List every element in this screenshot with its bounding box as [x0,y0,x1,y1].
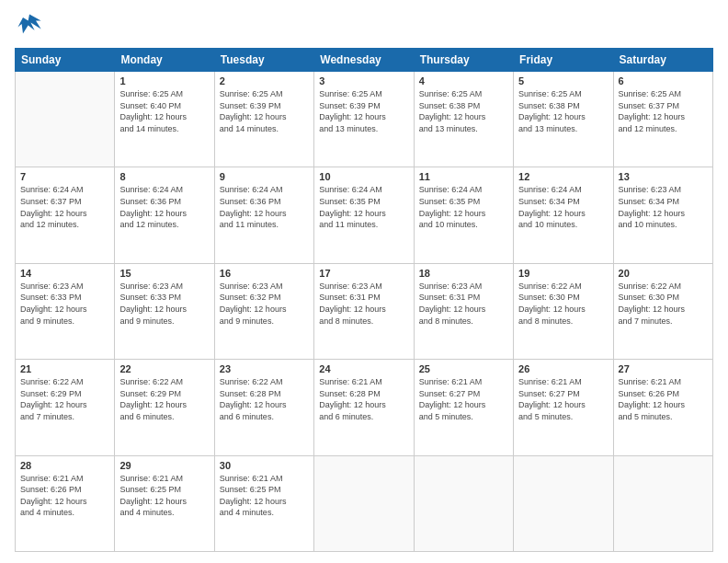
day-number: 24 [319,363,408,374]
day-number: 30 [220,460,309,471]
day-number: 21 [20,363,109,374]
day-number: 1 [119,75,209,86]
calendar-cell: 13Sunrise: 6:23 AM Sunset: 6:34 PM Dayli… [613,167,712,263]
calendar-cell [613,455,712,551]
day-number: 25 [419,363,508,374]
day-number: 27 [619,363,708,374]
day-info: Sunrise: 6:25 AM Sunset: 6:38 PM Dayligh… [518,88,608,134]
day-number: 15 [119,268,209,279]
day-info: Sunrise: 6:24 AM Sunset: 6:36 PM Dayligh… [220,184,309,230]
calendar-table: SundayMondayTuesdayWednesdayThursdayFrid… [15,48,713,552]
day-info: Sunrise: 6:21 AM Sunset: 6:25 PM Dayligh… [220,473,309,519]
day-info: Sunrise: 6:21 AM Sunset: 6:27 PM Dayligh… [419,376,508,422]
calendar-cell: 2Sunrise: 6:25 AM Sunset: 6:39 PM Daylig… [214,72,313,167]
calendar-cell: 22Sunrise: 6:22 AM Sunset: 6:29 PM Dayli… [115,360,214,455]
calendar-week-row: 21Sunrise: 6:22 AM Sunset: 6:29 PM Dayli… [16,360,713,455]
day-number: 28 [20,460,109,471]
day-info: Sunrise: 6:25 AM Sunset: 6:37 PM Dayligh… [619,88,708,134]
day-info: Sunrise: 6:23 AM Sunset: 6:33 PM Dayligh… [20,281,109,327]
day-info: Sunrise: 6:21 AM Sunset: 6:26 PM Dayligh… [20,473,109,519]
svg-marker-0 [17,15,40,34]
calendar-cell: 23Sunrise: 6:22 AM Sunset: 6:28 PM Dayli… [214,360,313,455]
day-number: 23 [220,363,309,374]
calendar-cell: 8Sunrise: 6:24 AM Sunset: 6:36 PM Daylig… [115,167,214,263]
calendar-cell: 4Sunrise: 6:25 AM Sunset: 6:38 PM Daylig… [414,72,513,167]
day-number: 22 [119,363,209,374]
calendar-cell [314,455,414,551]
calendar-cell: 24Sunrise: 6:21 AM Sunset: 6:28 PM Dayli… [314,360,414,455]
calendar-cell: 12Sunrise: 6:24 AM Sunset: 6:34 PM Dayli… [514,167,613,263]
day-number: 19 [518,268,608,279]
logo [15,11,42,40]
day-number: 6 [619,75,708,86]
calendar-cell: 15Sunrise: 6:23 AM Sunset: 6:33 PM Dayli… [115,263,214,359]
day-number: 7 [20,171,109,182]
calendar-cell: 30Sunrise: 6:21 AM Sunset: 6:25 PM Dayli… [214,455,313,551]
day-info: Sunrise: 6:23 AM Sunset: 6:33 PM Dayligh… [119,281,209,327]
day-info: Sunrise: 6:23 AM Sunset: 6:32 PM Dayligh… [220,281,309,327]
day-number: 26 [518,363,608,374]
day-info: Sunrise: 6:23 AM Sunset: 6:34 PM Dayligh… [619,184,708,230]
calendar-cell [414,455,513,551]
day-number: 5 [518,75,608,86]
day-number: 20 [619,268,708,279]
day-number: 17 [319,268,408,279]
calendar-week-row: 1Sunrise: 6:25 AM Sunset: 6:40 PM Daylig… [16,72,713,167]
general-blue-bird-icon [17,11,42,37]
calendar-header-thursday: Thursday [414,49,513,72]
calendar-cell: 21Sunrise: 6:22 AM Sunset: 6:29 PM Dayli… [16,360,115,455]
day-info: Sunrise: 6:25 AM Sunset: 6:39 PM Dayligh… [220,88,309,134]
day-info: Sunrise: 6:25 AM Sunset: 6:40 PM Dayligh… [119,88,209,134]
day-info: Sunrise: 6:22 AM Sunset: 6:28 PM Dayligh… [220,376,309,422]
day-info: Sunrise: 6:25 AM Sunset: 6:38 PM Dayligh… [419,88,508,134]
calendar-header-tuesday: Tuesday [214,49,313,72]
calendar-header-row: SundayMondayTuesdayWednesdayThursdayFrid… [16,49,713,72]
day-info: Sunrise: 6:21 AM Sunset: 6:26 PM Dayligh… [619,376,708,422]
day-info: Sunrise: 6:24 AM Sunset: 6:37 PM Dayligh… [20,184,109,230]
day-info: Sunrise: 6:24 AM Sunset: 6:34 PM Dayligh… [518,184,608,230]
calendar-cell: 1Sunrise: 6:25 AM Sunset: 6:40 PM Daylig… [115,72,214,167]
calendar-cell: 19Sunrise: 6:22 AM Sunset: 6:30 PM Dayli… [514,263,613,359]
calendar-cell: 29Sunrise: 6:21 AM Sunset: 6:25 PM Dayli… [115,455,214,551]
day-number: 16 [220,268,309,279]
calendar-cell: 25Sunrise: 6:21 AM Sunset: 6:27 PM Dayli… [414,360,513,455]
day-info: Sunrise: 6:22 AM Sunset: 6:29 PM Dayligh… [20,376,109,422]
calendar-cell: 18Sunrise: 6:23 AM Sunset: 6:31 PM Dayli… [414,263,513,359]
calendar-cell: 6Sunrise: 6:25 AM Sunset: 6:37 PM Daylig… [613,72,712,167]
calendar-header-sunday: Sunday [16,49,115,72]
page: SundayMondayTuesdayWednesdayThursdayFrid… [0,0,728,563]
calendar-cell: 3Sunrise: 6:25 AM Sunset: 6:39 PM Daylig… [314,72,414,167]
calendar-week-row: 28Sunrise: 6:21 AM Sunset: 6:26 PM Dayli… [16,455,713,551]
calendar-cell: 9Sunrise: 6:24 AM Sunset: 6:36 PM Daylig… [214,167,313,263]
calendar-cell [514,455,613,551]
day-number: 9 [220,171,309,182]
calendar-cell: 20Sunrise: 6:22 AM Sunset: 6:30 PM Dayli… [613,263,712,359]
calendar-header-saturday: Saturday [613,49,712,72]
day-number: 8 [119,171,209,182]
calendar-cell: 10Sunrise: 6:24 AM Sunset: 6:35 PM Dayli… [314,167,414,263]
calendar-week-row: 14Sunrise: 6:23 AM Sunset: 6:33 PM Dayli… [16,263,713,359]
day-info: Sunrise: 6:21 AM Sunset: 6:25 PM Dayligh… [119,473,209,519]
calendar-cell: 7Sunrise: 6:24 AM Sunset: 6:37 PM Daylig… [16,167,115,263]
day-number: 11 [419,171,508,182]
calendar-cell: 5Sunrise: 6:25 AM Sunset: 6:38 PM Daylig… [514,72,613,167]
calendar-cell: 17Sunrise: 6:23 AM Sunset: 6:31 PM Dayli… [314,263,414,359]
day-number: 10 [319,171,408,182]
day-info: Sunrise: 6:23 AM Sunset: 6:31 PM Dayligh… [419,281,508,327]
day-number: 29 [119,460,209,471]
calendar-cell: 26Sunrise: 6:21 AM Sunset: 6:27 PM Dayli… [514,360,613,455]
header [15,11,713,40]
calendar-cell [16,72,115,167]
day-info: Sunrise: 6:25 AM Sunset: 6:39 PM Dayligh… [319,88,408,134]
day-info: Sunrise: 6:24 AM Sunset: 6:36 PM Dayligh… [119,184,209,230]
day-number: 12 [518,171,608,182]
day-info: Sunrise: 6:24 AM Sunset: 6:35 PM Dayligh… [419,184,508,230]
calendar-cell: 14Sunrise: 6:23 AM Sunset: 6:33 PM Dayli… [16,263,115,359]
day-number: 14 [20,268,109,279]
day-info: Sunrise: 6:21 AM Sunset: 6:27 PM Dayligh… [518,376,608,422]
calendar-header-wednesday: Wednesday [314,49,414,72]
day-number: 4 [419,75,508,86]
calendar-header-monday: Monday [115,49,214,72]
day-info: Sunrise: 6:21 AM Sunset: 6:28 PM Dayligh… [319,376,408,422]
calendar-cell: 16Sunrise: 6:23 AM Sunset: 6:32 PM Dayli… [214,263,313,359]
